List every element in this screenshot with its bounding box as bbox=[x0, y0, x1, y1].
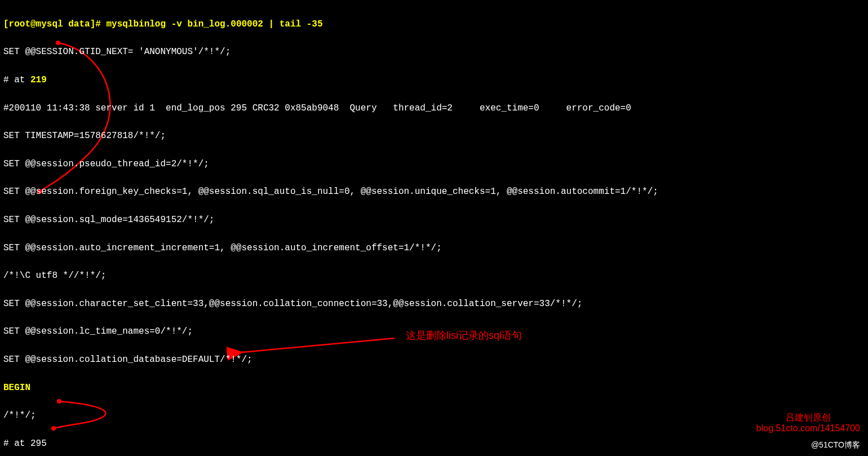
prompt-line: [root@mysql data]# mysqlbinlog -v bin_lo… bbox=[3, 17, 865, 32]
watermark-line1: 吕建钊原创 bbox=[756, 412, 860, 423]
output-line: /*!\C utf8 *//*!*/; bbox=[3, 269, 865, 283]
shell-prompt: [root@mysql data]# bbox=[3, 19, 106, 29]
watermark: 吕建钊原创 blog.51cto.com/14154700 bbox=[756, 412, 860, 433]
output-line: SET @@session.character_set_client=33,@@… bbox=[3, 297, 865, 311]
output-line: # at 295 bbox=[3, 437, 865, 451]
output-line: SET @@session.sql_mode=1436549152/*!*/; bbox=[3, 213, 865, 227]
output-line: SET @@SESSION.GTID_NEXT= 'ANONYMOUS'/*!*… bbox=[3, 45, 865, 59]
output-line: SET @@session.foreign_key_checks=1, @@se… bbox=[3, 185, 865, 199]
binlog-pos-219: 219 bbox=[30, 75, 47, 85]
output-line: SET TIMESTAMP=1578627818/*!*/; bbox=[3, 129, 865, 143]
output-line: SET @@session.auto_increment_increment=1… bbox=[3, 241, 865, 255]
sql-begin: BEGIN bbox=[3, 381, 865, 395]
output-line: /*!*/; bbox=[3, 409, 865, 423]
output-line: # at 219 bbox=[3, 73, 865, 87]
shell-command: mysqlbinlog -v bin_log.000002 | tail -35 bbox=[106, 19, 322, 29]
output-line: SET @@session.pseudo_thread_id=2/*!*/; bbox=[3, 157, 865, 171]
footer-brand: @51CTO博客 bbox=[811, 439, 860, 451]
annotation-label: 这是删除lisi记录的sql语句 bbox=[406, 328, 522, 344]
output-line: #200110 11:43:38 server id 1 end_log_pos… bbox=[3, 101, 865, 116]
terminal-output: [root@mysql data]# mysqlbinlog -v bin_lo… bbox=[3, 3, 865, 456]
output-line: SET @@session.collation_database=DEFAULT… bbox=[3, 353, 865, 367]
watermark-line2: blog.51cto.com/14154700 bbox=[756, 423, 860, 433]
